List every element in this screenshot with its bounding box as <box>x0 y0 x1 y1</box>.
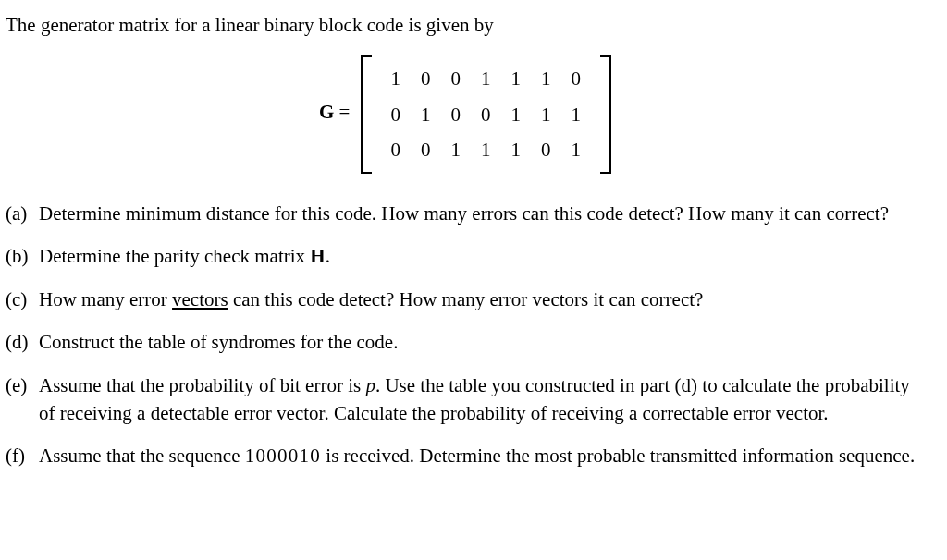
matrix-row: 1 0 0 1 1 1 0 <box>381 61 592 96</box>
matrix-cell: 0 <box>411 132 441 167</box>
matrix-cell: 1 <box>561 97 592 132</box>
matrix-cell: 0 <box>531 132 561 167</box>
matrix-cell: 1 <box>411 97 441 132</box>
equals-sign: = <box>339 102 355 124</box>
matrix-cell: 1 <box>471 61 501 96</box>
part-label: (c) <box>6 286 27 313</box>
matrix-cell: 0 <box>381 132 412 167</box>
part-label: (e) <box>6 371 27 399</box>
underlined-word: vectors <box>172 288 228 310</box>
matrix-row: 0 0 1 1 1 0 1 <box>381 132 592 167</box>
part-label: (a) <box>6 200 27 227</box>
matrix-cell: 0 <box>411 61 441 96</box>
left-bracket <box>361 55 372 173</box>
matrix-cell: 0 <box>561 61 592 96</box>
matrix-label: G <box>319 102 334 124</box>
matrix-equation: G = 1 0 0 1 1 1 0 0 1 0 0 1 <box>6 55 925 173</box>
matrix-cell: 1 <box>441 132 472 167</box>
part-label: (b) <box>6 242 29 270</box>
part-text: . <box>326 245 330 267</box>
matrix-cell: 1 <box>381 61 412 96</box>
part-label: (f) <box>6 442 25 469</box>
part-e: (e) Assume that the probability of bit e… <box>39 371 925 428</box>
matrix-cell: 0 <box>441 61 472 96</box>
parts-list: (a) Determine minimum distance for this … <box>6 200 925 470</box>
part-text: is received. Determine the most probable… <box>321 444 915 467</box>
sequence: 1000010 <box>245 444 321 467</box>
part-d: (d) Construct the table of syndromes for… <box>39 328 925 356</box>
part-c: (c) How many error vectors can this code… <box>39 286 925 313</box>
matrix-cell: 0 <box>381 97 412 132</box>
part-text: can this code detect? How many error vec… <box>228 288 704 310</box>
variable-p: p <box>365 374 375 396</box>
matrix-brackets: 1 0 0 1 1 1 0 0 1 0 0 1 1 1 <box>361 55 612 173</box>
part-label: (d) <box>6 328 29 356</box>
matrix-cell: 1 <box>501 61 532 96</box>
matrix-row: 0 1 0 0 1 1 1 <box>381 97 592 132</box>
problem-intro: The generator matrix for a linear binary… <box>6 11 925 39</box>
part-text: How many error <box>39 288 172 310</box>
matrix-cell: 1 <box>531 97 561 132</box>
matrix-body: 1 0 0 1 1 1 0 0 1 0 0 1 1 1 <box>372 55 601 173</box>
matrix-cell: 1 <box>501 132 532 167</box>
part-text: Construct the table of syndromes for the… <box>39 331 398 353</box>
part-text: Assume that the probability of bit error… <box>39 374 365 396</box>
part-b: (b) Determine the parity check matrix H. <box>39 242 925 270</box>
right-bracket <box>600 55 611 173</box>
matrix-table: 1 0 0 1 1 1 0 0 1 0 0 1 1 1 <box>381 61 592 167</box>
matrix-cell: 1 <box>471 132 501 167</box>
part-text: Determine minimum distance for this code… <box>39 202 889 225</box>
matrix-cell: 0 <box>471 97 501 132</box>
part-a: (a) Determine minimum distance for this … <box>39 200 925 227</box>
matrix-cell: 1 <box>531 61 561 96</box>
matrix-H: H <box>310 245 325 267</box>
matrix-cell: 1 <box>501 97 532 132</box>
matrix-cell: 0 <box>441 97 472 132</box>
part-text: Determine the parity check matrix <box>39 245 310 267</box>
matrix-cell: 1 <box>561 132 592 167</box>
part-f: (f) Assume that the sequence 1000010 is … <box>39 442 925 469</box>
part-text: Assume that the sequence <box>39 444 245 467</box>
